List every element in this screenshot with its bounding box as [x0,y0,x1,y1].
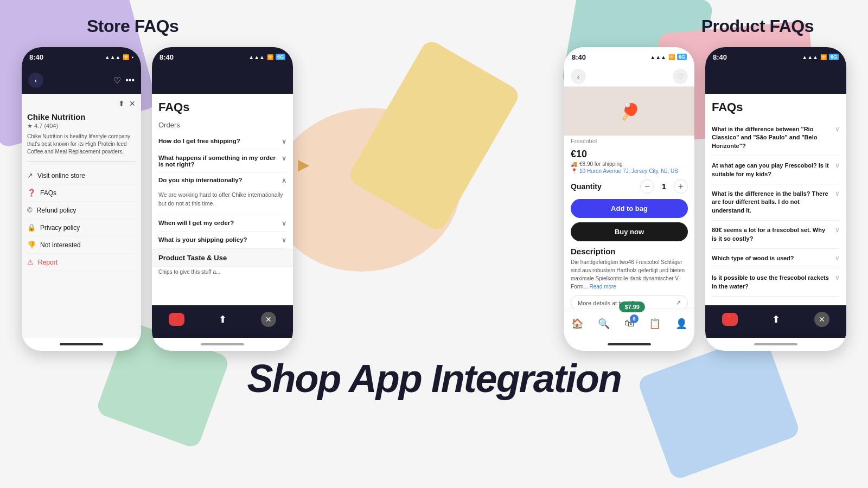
phone3-bottom-nav: 🏠 🔍 🛍 8 $7.99 📋 👤 [564,309,694,338]
phone2-topbar [152,67,293,94]
menu-label-faqs: FAQs [40,189,56,197]
bottom-title: Shop App Integration [22,356,846,401]
phone-store-sidebar: 8:40 ▲▲▲ 🛜 ▪ ‹ ♡ ••• [22,47,141,351]
pfaq-item-1[interactable]: What is the difference between "Rio Clas… [712,120,840,156]
battery-icon-3: 6G [677,54,687,60]
pfaq-question-row-2: At what age can you play Frescobol? Is i… [712,162,840,178]
thumbsdown-icon: 👎 [27,241,36,249]
quantity-increase[interactable]: + [674,179,688,194]
menu-item-faqs[interactable]: ❓ FAQs [27,184,136,202]
more-icon[interactable]: ••• [125,75,135,86]
signal-icon-4: ▲▲▲ [802,54,818,60]
phone4-bottom-nav: ❓ ⬆ ✕ [705,305,846,338]
store-description: Chike Nutrition is healthy lifestyle com… [27,133,136,162]
pfaq-chevron-2: ∨ [835,162,840,169]
pfaq-chevron-1: ∨ [835,125,840,133]
faq-item-5[interactable]: What is your shipping policy? ∨ [158,232,286,249]
read-more-link[interactable]: Read more [589,284,616,290]
pfaq-item-4[interactable]: 80€ seems a lot for a frescobol set. Why… [712,221,840,249]
faq-question-3: Do you ship internationally? [158,177,242,183]
home-indicator-4 [705,338,846,351]
faq-question-5: What is your shipping policy? [158,236,247,243]
back-button-3[interactable]: ‹ [571,69,586,84]
home-indicator [22,338,141,351]
phone-store-faqs: 8:40 ▲▲▲ 🛜 6G FAQs Orders How do I get f… [152,47,293,351]
pfaq-chevron-5: ∨ [835,254,840,262]
buy-now-button[interactable]: Buy now [571,222,688,241]
faq-item-1[interactable]: How do I get free shipping? ∨ [158,133,286,150]
description-title: Description [564,247,694,256]
status-icons-1: ▲▲▲ 🛜 ▪ [105,54,133,60]
lock-icon: 🔒 [27,223,36,232]
back-button[interactable]: ‹ [28,73,43,88]
close-nav-icon-4[interactable]: ✕ [814,312,829,327]
pfaq-item-6[interactable]: Is it possible to use the frescobol rack… [712,268,840,297]
signal-icon: ▲▲▲ [105,54,121,60]
time-1: 8:40 [29,53,43,61]
share-icon[interactable]: ⬆ [118,99,125,108]
pfaq-question-row-5: Which type of wood is used? ∨ [712,254,840,262]
home-icon-3[interactable]: 🏠 [571,318,583,330]
question-nav-icon[interactable]: ❓ [169,313,184,326]
chevron-icon-4: ∨ [282,220,286,227]
price-badge: $7.99 [619,301,645,312]
close-nav-icon[interactable]: ✕ [261,312,276,327]
wifi-icon-2: 🛜 [267,54,273,60]
product-label: Frescobol [564,136,694,144]
share-nav-icon[interactable]: ⬆ [219,313,227,325]
menu-item-privacy[interactable]: 🔒 Privacy policy [27,219,136,236]
faq-item-3[interactable]: Do you ship internationally? ∧ [158,172,286,189]
quantity-decrease[interactable]: − [640,179,654,194]
external-link-icon-3: ↗ [676,299,681,306]
favorite-button-3[interactable]: ♡ [673,69,688,84]
product-taste-section: Product Taste & Use [152,249,293,267]
pfaq-text-3: What is the difference in the balls? The… [712,190,831,215]
menu-item-visit[interactable]: ↗ Visit online store [27,167,136,184]
battery-icon-4: 6G [829,54,839,60]
pfaq-item-3[interactable]: What is the difference in the balls? The… [712,184,840,221]
add-to-bag-button[interactable]: Add to bag [571,199,688,218]
pfaq-text-2: At what age can you play Frescobol? Is i… [712,162,831,178]
faq-item-2[interactable]: What happens if something in my order is… [158,150,286,172]
description-text: Die handgefertigten two46 Frescobol Schl… [564,258,694,291]
upload-row: ⬆ ✕ [27,99,136,108]
chevron-icon-5: ∨ [282,236,286,244]
pfaq-item-5[interactable]: Which type of wood is used? ∨ [712,249,840,268]
store-name: Chike Nutrition [27,112,136,121]
pfaq-item-2[interactable]: At what age can you play Frescobol? Is i… [712,156,840,184]
header-icons: ♡ ••• [113,75,135,86]
shipping-text: €8.90 for shipping [579,161,623,167]
status-icons-2: ▲▲▲ 🛜 6G [248,54,285,60]
menu-item-refund[interactable]: © Refund policy [27,202,136,219]
menu-item-report[interactable]: ⚠ Report [27,254,136,271]
location-info: 📍 10 Huron Avenue 7J, Jersey City, NJ, U… [564,168,694,174]
share-nav-icon-4[interactable]: ⬆ [772,313,780,325]
shipping-info: 🚚 €8.90 for shipping [564,161,694,167]
dollar-icon: © [27,206,33,214]
pfaq-question-row-3: What is the difference in the balls? The… [712,190,840,215]
profile-icon-3[interactable]: 👤 [675,318,687,330]
status-bar-2: 8:40 ▲▲▲ 🛜 6G [152,47,293,67]
question-nav-icon-4[interactable]: ❓ [722,313,738,326]
phone4-topbar [705,67,846,94]
signal-icon-3: ▲▲▲ [650,54,666,60]
store-faqs-heading: Store FAQs [87,16,178,36]
close-icon[interactable]: ✕ [129,99,136,108]
faq-item-4[interactable]: When will I get my order? ∨ [158,215,286,232]
phone3-body: Frescobol €10 🚚 €8.90 for shipping 📍 10 … [564,136,694,309]
search-icon-3[interactable]: 🔍 [598,318,610,330]
chevron-icon-2: ∨ [282,155,286,162]
menu-label-refund: Refund policy [37,207,76,214]
bag-icon-3[interactable]: 🛍 8 $7.99 [624,318,634,329]
product-price: €10 [564,144,694,161]
faq-icon: ❓ [27,189,36,197]
favorite-icon[interactable]: ♡ [113,75,121,86]
menu-item-not-interested[interactable]: 👎 Not interested [27,236,136,254]
signal-icon-2: ▲▲▲ [248,54,265,60]
orders-icon-3[interactable]: 📋 [649,318,661,330]
faqs-title: FAQs [158,100,286,114]
status-bar-1: 8:40 ▲▲▲ 🛜 ▪ [22,47,141,67]
faq-partial-content: Chips to give this stuff a... [158,267,286,299]
menu-label-visit: Visit online store [37,172,85,179]
truck-icon: 🚚 [571,161,577,167]
